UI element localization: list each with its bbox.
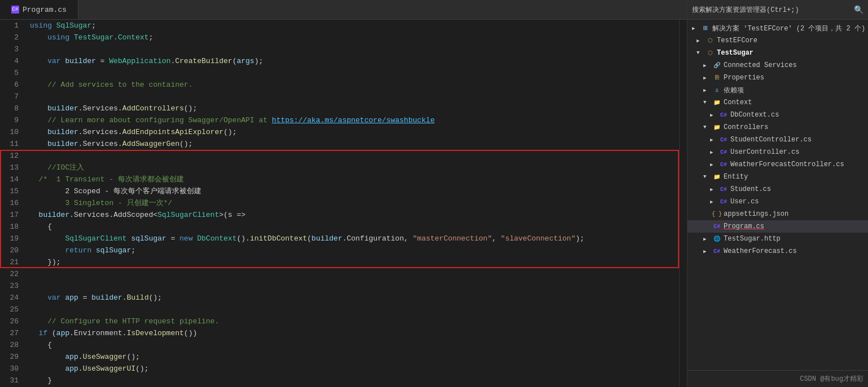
properties-folder[interactable]: ▶ 🖹 Properties xyxy=(688,72,868,84)
cs-icon: C# xyxy=(719,110,728,119)
solution-root[interactable]: ▶ ⊞ 解决方案 'TestEFCore' (2 个项目，共 2 个) xyxy=(688,22,868,34)
program-cs-tab[interactable]: C# Program.cs xyxy=(0,0,78,19)
line-number: 15 xyxy=(0,185,19,197)
project-icon2: ⬡ xyxy=(706,48,715,57)
line-number: 16 xyxy=(0,197,19,209)
http-label: TestSugar.http xyxy=(724,235,781,243)
editor-area: C# Program.cs 12345678910111213141516171… xyxy=(0,0,688,387)
uc-arrow: ▶ xyxy=(710,149,717,155)
connected-services[interactable]: ▶ 🔗 Connected Services xyxy=(688,59,868,72)
code-line: 2 Scoped - 每次每个客户端请求被创建 xyxy=(30,185,679,197)
testEFCore-project[interactable]: ▶ ⬡ TestEFCore xyxy=(688,34,868,47)
line-number: 4 xyxy=(0,55,19,67)
line-number: 29 xyxy=(0,351,19,363)
weather-controller-file[interactable]: ▶ C# WeatherForecastController.cs xyxy=(688,158,868,171)
watermark-text: CSDN @有bug才精彩 xyxy=(800,375,863,383)
code-line: app.UseSwaggerUI(); xyxy=(30,363,679,375)
search-icon[interactable]: 🔍 xyxy=(854,5,863,15)
uc-label: UserController.cs xyxy=(730,148,799,156)
code-content: using SqlSugar; using TestSugar.Context;… xyxy=(25,20,679,387)
appsettings-file[interactable]: { } appsettings.json xyxy=(688,208,868,220)
connected-icon: 🔗 xyxy=(712,61,721,70)
watermark: CSDN @有bug才精彩 xyxy=(688,370,868,387)
sc-label: StudentController.cs xyxy=(730,136,812,144)
code-line: { xyxy=(30,221,679,233)
line-number: 14 xyxy=(0,174,19,185)
student-file[interactable]: ▶ C# Student.cs xyxy=(688,183,868,195)
user-controller-file[interactable]: ▶ C# UserController.cs xyxy=(688,146,868,158)
code-line: if (app.Environment.IsDevelopment()) xyxy=(30,327,679,339)
code-line: builder.Services.AddControllers(); xyxy=(30,103,679,114)
code-line: { xyxy=(30,339,679,351)
code-line: }); xyxy=(30,256,679,268)
code-line: SqlSugarClient sqlSugar = new DbContext(… xyxy=(30,233,679,244)
code-line xyxy=(30,67,679,79)
line-number: 8 xyxy=(0,103,19,114)
line-number: 21 xyxy=(0,256,19,268)
weatherforecast-file[interactable]: ▶ C# WeatherForecast.cs xyxy=(688,245,868,257)
line-number: 26 xyxy=(0,315,19,327)
line-number: 28 xyxy=(0,339,19,351)
controllers-folder-icon: 📁 xyxy=(712,123,721,132)
code-line: var builder = WebApplication.CreateBuild… xyxy=(30,55,679,67)
dbcontext-arrow: ▶ xyxy=(710,112,717,118)
student-icon: C# xyxy=(719,185,728,194)
controllers-folder[interactable]: ▼ 📁 Controllers xyxy=(688,121,868,134)
code-line xyxy=(30,43,679,55)
properties-icon: 🖹 xyxy=(712,73,721,82)
code-editor[interactable]: 1234567891011121314151617181920212223242… xyxy=(0,20,687,387)
http-file[interactable]: ▶ 🌐 TestSugar.http xyxy=(688,233,868,245)
code-line: //IOC注入 xyxy=(30,162,679,174)
context-arrow: ▼ xyxy=(703,100,710,105)
deps-label: 依赖项 xyxy=(724,86,744,95)
line-number: 11 xyxy=(0,138,19,150)
program-file[interactable]: C# Program.cs xyxy=(688,220,868,233)
testSugar-project[interactable]: ▼ ⬡ TestSugar xyxy=(688,47,868,59)
expand-arrow: ▶ xyxy=(697,38,703,44)
code-line: } xyxy=(30,375,679,386)
line-number: 3 xyxy=(0,43,19,55)
user-file[interactable]: ▶ C# User.cs xyxy=(688,195,868,208)
sc-arrow: ▶ xyxy=(710,137,717,143)
cs-file-icon: C# xyxy=(11,6,19,14)
dependencies-folder[interactable]: ▶ ⚓ 依赖项 xyxy=(688,84,868,96)
project1-label: TestEFCore xyxy=(717,37,757,45)
student-arrow: ▶ xyxy=(710,186,717,193)
expand-arrow: ▶ xyxy=(692,25,699,32)
line-number: 19 xyxy=(0,233,19,244)
folder-icon: 📁 xyxy=(712,98,721,107)
tab-bar: C# Program.cs xyxy=(0,0,687,20)
props-arrow: ▶ xyxy=(703,75,710,81)
code-line: return sqlSugar; xyxy=(30,244,679,256)
line-number: 6 xyxy=(0,79,19,91)
entity-arrow: ▼ xyxy=(703,174,710,180)
code-line xyxy=(30,150,679,162)
program-label: Program.cs xyxy=(724,223,764,230)
solution-explorer: 搜索解决方案资源管理器(Ctrl+;) 🔍 ▶ ⊞ 解决方案 'TestEFCo… xyxy=(688,0,868,387)
student-controller-file[interactable]: ▶ C# StudentController.cs xyxy=(688,134,868,146)
code-line: using SqlSugar; xyxy=(30,20,679,32)
context-label: Context xyxy=(724,99,752,106)
context-folder[interactable]: ▼ 📁 Context xyxy=(688,96,868,109)
controllers-arrow: ▼ xyxy=(703,124,710,130)
line-number: 25 xyxy=(0,304,19,315)
http-icon: 🌐 xyxy=(712,234,721,243)
entity-folder[interactable]: ▼ 📁 Entity xyxy=(688,171,868,183)
sidebar-header: 搜索解决方案资源管理器(Ctrl+;) 🔍 xyxy=(688,0,868,20)
tab-label: Program.cs xyxy=(23,6,67,14)
line-number: 12 xyxy=(0,150,19,162)
line-number: 10 xyxy=(0,126,19,138)
code-line: // Configure the HTTP request pipeline. xyxy=(30,315,679,327)
project2-label: TestSugar xyxy=(717,49,754,57)
code-line xyxy=(30,304,679,315)
properties-label: Properties xyxy=(724,74,764,82)
line-number: 20 xyxy=(0,244,19,256)
cs-arrow: ▶ xyxy=(703,63,710,69)
wf-arrow: ▶ xyxy=(703,248,710,255)
dbcontext-label: DbContext.cs xyxy=(730,111,779,119)
dbcontext-file[interactable]: ▶ C# DbContext.cs xyxy=(688,109,868,121)
entity-label: Entity xyxy=(724,173,748,181)
scrollbar[interactable] xyxy=(679,20,687,387)
line-number: 31 xyxy=(0,375,19,386)
line-number: 5 xyxy=(0,67,19,79)
